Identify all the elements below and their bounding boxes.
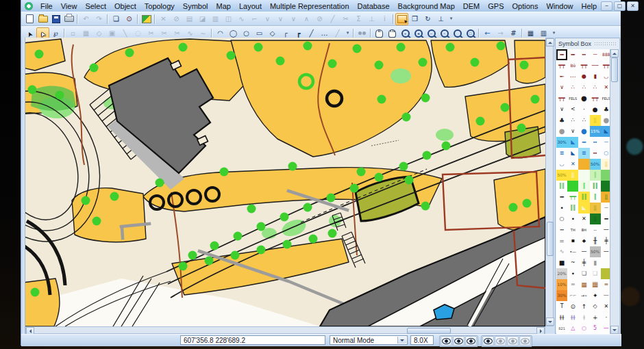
menu-file[interactable]: File [36, 1, 57, 11]
smooth-line-tool[interactable]: ∿ [235, 13, 248, 25]
symbol-cell[interactable]: BH [578, 224, 589, 235]
symbol-cell[interactable]: ✕ [578, 214, 589, 224]
symbol-cell[interactable]: • [567, 214, 578, 224]
edit-clip-tool[interactable]: ⊘ [170, 13, 183, 25]
symbol-cell[interactable]: ∴ [578, 82, 589, 93]
symbol-cell[interactable]: ┯┯ [578, 60, 589, 71]
zoom-to-extent-tool[interactable]: ❏ [110, 13, 123, 25]
symbol-cell[interactable]: ⣿ [567, 170, 578, 181]
map-horizontal-scrollbar[interactable] [25, 326, 545, 334]
symbol-scrollbar[interactable] [610, 49, 619, 334]
more-tools-tool[interactable]: ▾ [447, 13, 455, 25]
symbol-cell[interactable]: ╾ [556, 71, 567, 82]
menu-dem[interactable]: DEM [459, 1, 484, 11]
align-objects-tool[interactable]: ⊥ [365, 13, 378, 25]
close-button[interactable]: ✕ [627, 1, 639, 11]
symbol-cell[interactable]: ∴ [567, 115, 578, 126]
symbol-cell[interactable]: FELS [567, 93, 578, 104]
symbol-cell[interactable]: ╫ [590, 235, 601, 246]
new-file-tool[interactable] [23, 13, 36, 25]
symbol-cell[interactable]: ❏ [578, 268, 589, 279]
symbol-cell[interactable]: ≣ [556, 148, 567, 159]
cut-hole-tool[interactable]: ⊘ [313, 13, 326, 25]
print-tool[interactable] [62, 13, 75, 25]
to-curve-tool[interactable]: ∨ [261, 13, 274, 25]
symbol-cell[interactable]: →» [578, 290, 589, 301]
symbol-cell[interactable]: < [567, 104, 578, 115]
symbol-cell[interactable]: ⌐⌐ [567, 290, 578, 301]
symbol-cell[interactable]: ● [578, 93, 589, 104]
symbol-cell[interactable]: ● [556, 126, 567, 137]
symbol-cell[interactable]: ╫╫ [556, 312, 567, 323]
horizontal-scroll-thumb[interactable] [407, 328, 451, 334]
symbol-cell[interactable]: 50% [556, 170, 567, 181]
symbol-scroll-down-icon[interactable] [610, 326, 619, 334]
vertical-scroll-thumb[interactable] [547, 222, 554, 256]
symbol-cell[interactable]: ▦ [578, 279, 589, 290]
symbol-cell[interactable]: ⣿ [590, 214, 601, 224]
menu-multiple-representation[interactable]: Multiple Representation [266, 1, 354, 11]
open-file-tool[interactable] [36, 13, 49, 25]
view-entire-map-tool[interactable]: ⊙ [123, 13, 136, 25]
symbol-cell[interactable]: T [556, 301, 567, 312]
menu-window[interactable]: Window [542, 1, 577, 11]
menu-view[interactable]: View [57, 1, 82, 11]
symbol-cell[interactable]: 15% [590, 126, 601, 137]
symbol-cell[interactable]: ‖‖ [590, 181, 601, 192]
hatch-tool-tool[interactable]: ▥ [209, 13, 222, 25]
symbol-cell[interactable]: ✦ [590, 290, 601, 301]
symbol-cell[interactable] [578, 159, 589, 170]
view-toggle-eye-button[interactable] [519, 336, 531, 346]
symbol-cell[interactable]: · [578, 104, 589, 115]
symbol-cell[interactable]: -- [590, 224, 601, 235]
symbol-cell[interactable]: ◣ [578, 203, 589, 214]
symbol-cell[interactable]: ‖ [578, 181, 589, 192]
symbol-cell[interactable]: ╫ [578, 312, 589, 323]
symbol-cell[interactable]: ∨ [567, 126, 578, 137]
symbol-cell[interactable]: ┯┯ [567, 192, 578, 203]
symbol-cell[interactable]: ⣿ [590, 203, 601, 214]
menu-layout[interactable]: Layout [235, 1, 266, 11]
symbol-cell[interactable]: ╍ [590, 137, 601, 148]
symbol-cell[interactable]: ━ [567, 49, 578, 60]
to-polyline-tool[interactable]: ∨ [287, 13, 300, 25]
menu-topology[interactable]: Topology [140, 1, 179, 11]
object-info-tool[interactable]: i [378, 13, 391, 25]
symbol-cell[interactable]: = [556, 235, 567, 246]
symbol-cell[interactable]: ━ [556, 192, 567, 203]
mode-combobox[interactable]: Normal Mode [330, 335, 408, 345]
zoom-level-field[interactable]: 8.0X [410, 335, 434, 345]
symbol-cell[interactable]: ‖ [590, 170, 601, 181]
edit-cut-tool[interactable]: ✕ [157, 13, 170, 25]
to-line-tool[interactable]: ∨ [274, 13, 287, 25]
draw-object-mode-tool[interactable] [395, 13, 408, 25]
view-toggle-eye-button[interactable] [465, 336, 477, 346]
menu-help[interactable]: Help [578, 1, 602, 11]
fill-area-tool[interactable]: ▤ [183, 13, 196, 25]
symbol-cell[interactable]: ━ [578, 137, 589, 148]
symbol-cell[interactable]: ┯┯ [556, 60, 567, 71]
symbol-cell[interactable]: ≣ [578, 148, 589, 159]
symbol-cell[interactable]: 50% [590, 159, 601, 170]
map-vertical-scrollbar[interactable] [545, 38, 554, 326]
scroll-up-icon[interactable] [546, 38, 554, 47]
symbol-cell[interactable]: Bö [567, 60, 578, 71]
symbol-cell[interactable]: ∴ [567, 82, 578, 93]
symbol-cell[interactable]: TH [567, 224, 578, 235]
symbol-cell[interactable]: ~ [567, 257, 578, 268]
symbol-cell[interactable]: ● [578, 71, 589, 82]
redo-tool[interactable]: ↷ [92, 13, 106, 25]
symbol-scroll-up-icon[interactable] [610, 49, 619, 57]
chevron-down-icon[interactable] [397, 337, 406, 344]
symbol-cell[interactable]: ‖‖ [567, 203, 578, 214]
symbol-cell[interactable] [567, 181, 578, 192]
symbol-cell[interactable]: ╪ [578, 257, 589, 268]
symbol-cell[interactable]: ❏ [590, 268, 601, 279]
symbol-cell[interactable]: ▦ [590, 279, 601, 290]
symbol-cell[interactable]: ▪ [567, 235, 578, 246]
view-toggle-eye-button[interactable] [482, 336, 494, 346]
symbol-colors-tool[interactable] [140, 13, 153, 25]
symbol-cell[interactable]: ▮ [590, 257, 601, 268]
symbol-cell[interactable]: ● [590, 104, 601, 115]
symbol-cell[interactable]: ▮ [590, 71, 601, 82]
